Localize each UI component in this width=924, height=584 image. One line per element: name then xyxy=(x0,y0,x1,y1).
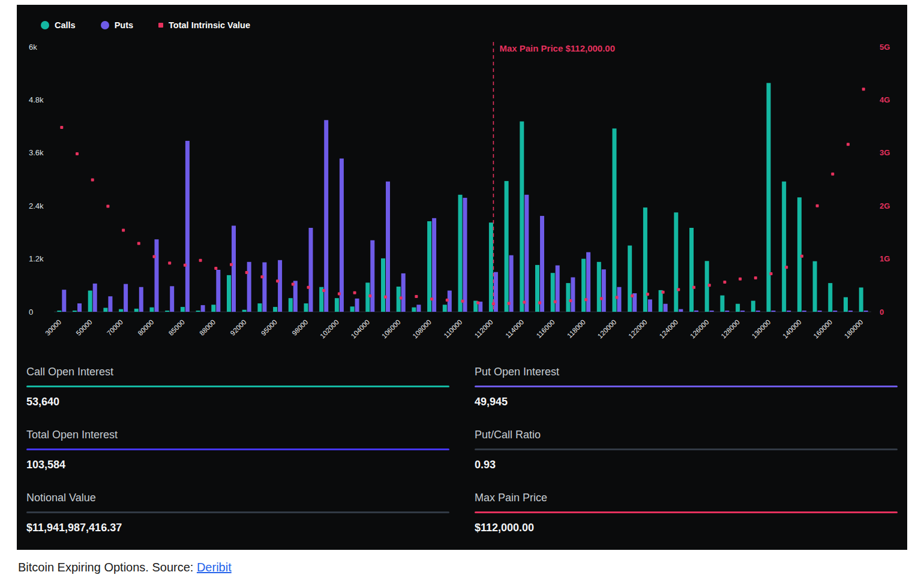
intrinsic-value-dot[interactable] xyxy=(692,286,695,289)
intrinsic-value-dot[interactable] xyxy=(816,204,819,207)
call-bar[interactable] xyxy=(566,283,570,312)
call-bar[interactable] xyxy=(613,128,617,312)
intrinsic-value-dot[interactable] xyxy=(276,279,279,282)
intrinsic-value-dot[interactable] xyxy=(708,284,711,287)
intrinsic-value-dot[interactable] xyxy=(847,143,850,146)
call-bar[interactable] xyxy=(797,197,802,312)
call-bar[interactable] xyxy=(350,306,355,312)
call-bar[interactable] xyxy=(289,298,293,312)
call-bar[interactable] xyxy=(211,305,215,312)
legend-calls[interactable]: Calls xyxy=(41,20,76,30)
intrinsic-value-dot[interactable] xyxy=(76,152,79,155)
call-bar[interactable] xyxy=(489,222,493,312)
intrinsic-value-dot[interactable] xyxy=(508,302,511,305)
call-bar[interactable] xyxy=(581,259,586,312)
legend-total-intrinsic-value[interactable]: Total Intrinsic Value xyxy=(158,20,250,30)
intrinsic-value-dot[interactable] xyxy=(662,291,665,294)
put-bar[interactable] xyxy=(355,299,359,312)
call-bar[interactable] xyxy=(458,195,463,312)
call-bar[interactable] xyxy=(767,83,771,312)
put-bar[interactable] xyxy=(62,290,66,312)
intrinsic-value-dot[interactable] xyxy=(616,296,619,299)
intrinsic-value-dot[interactable] xyxy=(122,228,125,231)
intrinsic-value-dot[interactable] xyxy=(739,278,742,281)
call-bar[interactable] xyxy=(119,309,123,312)
intrinsic-value-dot[interactable] xyxy=(400,297,403,300)
intrinsic-value-dot[interactable] xyxy=(492,302,495,305)
call-bar[interactable] xyxy=(443,305,447,312)
call-bar[interactable] xyxy=(551,273,555,312)
put-bar[interactable] xyxy=(201,305,205,312)
intrinsic-value-dot[interactable] xyxy=(631,294,634,297)
call-bar[interactable] xyxy=(782,182,786,312)
intrinsic-value-dot[interactable] xyxy=(60,126,63,129)
intrinsic-value-dot[interactable] xyxy=(646,293,649,296)
call-bar[interactable] xyxy=(335,298,339,312)
call-bar[interactable] xyxy=(196,311,200,312)
put-bar[interactable] xyxy=(756,311,760,312)
put-bar[interactable] xyxy=(463,198,467,312)
put-bar[interactable] xyxy=(617,287,622,312)
call-bar[interactable] xyxy=(227,275,231,312)
put-bar[interactable] xyxy=(864,311,868,312)
intrinsic-value-dot[interactable] xyxy=(415,295,418,298)
put-bar[interactable] xyxy=(216,270,220,312)
intrinsic-value-dot[interactable] xyxy=(430,297,433,300)
put-bar[interactable] xyxy=(401,273,406,312)
put-bar[interactable] xyxy=(679,309,683,312)
intrinsic-value-dot[interactable] xyxy=(353,291,356,294)
call-bar[interactable] xyxy=(57,311,61,312)
intrinsic-value-dot[interactable] xyxy=(554,300,557,303)
intrinsic-value-dot[interactable] xyxy=(476,302,479,305)
call-bar[interactable] xyxy=(813,261,817,312)
put-bar[interactable] xyxy=(694,311,698,312)
put-bar[interactable] xyxy=(370,240,374,312)
put-bar[interactable] xyxy=(185,141,190,312)
call-bar[interactable] xyxy=(828,283,832,312)
intrinsic-value-dot[interactable] xyxy=(368,294,371,297)
call-bar[interactable] xyxy=(103,308,107,312)
intrinsic-value-dot[interactable] xyxy=(831,173,834,176)
put-bar[interactable] xyxy=(602,269,606,312)
call-bar[interactable] xyxy=(689,228,694,312)
intrinsic-value-dot[interactable] xyxy=(770,272,773,275)
call-bar[interactable] xyxy=(412,308,416,312)
call-bar[interactable] xyxy=(736,304,740,312)
intrinsic-value-dot[interactable] xyxy=(230,263,233,266)
put-bar[interactable] xyxy=(340,158,344,312)
intrinsic-value-dot[interactable] xyxy=(523,301,526,304)
put-bar[interactable] xyxy=(309,228,313,312)
call-bar[interactable] xyxy=(304,303,308,312)
intrinsic-value-dot[interactable] xyxy=(137,242,140,245)
intrinsic-value-dot[interactable] xyxy=(446,299,449,302)
call-bar[interactable] xyxy=(597,262,601,312)
put-bar[interactable] xyxy=(155,239,159,312)
put-bar[interactable] xyxy=(571,278,575,312)
put-bar[interactable] xyxy=(324,120,328,312)
intrinsic-value-dot[interactable] xyxy=(338,292,341,295)
call-bar[interactable] xyxy=(257,303,262,312)
call-bar[interactable] xyxy=(751,301,755,312)
call-bar[interactable] xyxy=(73,311,77,312)
put-bar[interactable] xyxy=(278,260,282,312)
put-bar[interactable] xyxy=(494,272,498,312)
intrinsic-value-dot[interactable] xyxy=(153,255,156,258)
put-bar[interactable] xyxy=(848,311,853,312)
intrinsic-value-dot[interactable] xyxy=(245,271,248,274)
put-bar[interactable] xyxy=(556,266,560,312)
call-bar[interactable] xyxy=(88,291,92,312)
intrinsic-value-dot[interactable] xyxy=(184,264,187,267)
put-bar[interactable] xyxy=(725,311,729,312)
put-bar[interactable] xyxy=(170,286,174,312)
call-bar[interactable] xyxy=(273,307,277,312)
put-bar[interactable] xyxy=(818,311,822,312)
legend-puts[interactable]: Puts xyxy=(101,20,133,30)
put-bar[interactable] xyxy=(710,311,714,312)
intrinsic-value-dot[interactable] xyxy=(785,266,788,269)
intrinsic-value-dot[interactable] xyxy=(723,281,726,284)
intrinsic-value-dot[interactable] xyxy=(307,286,310,289)
put-bar[interactable] xyxy=(139,287,143,312)
call-bar[interactable] xyxy=(381,258,385,312)
put-bar[interactable] xyxy=(93,284,97,312)
source-link[interactable]: Deribit xyxy=(197,561,232,574)
